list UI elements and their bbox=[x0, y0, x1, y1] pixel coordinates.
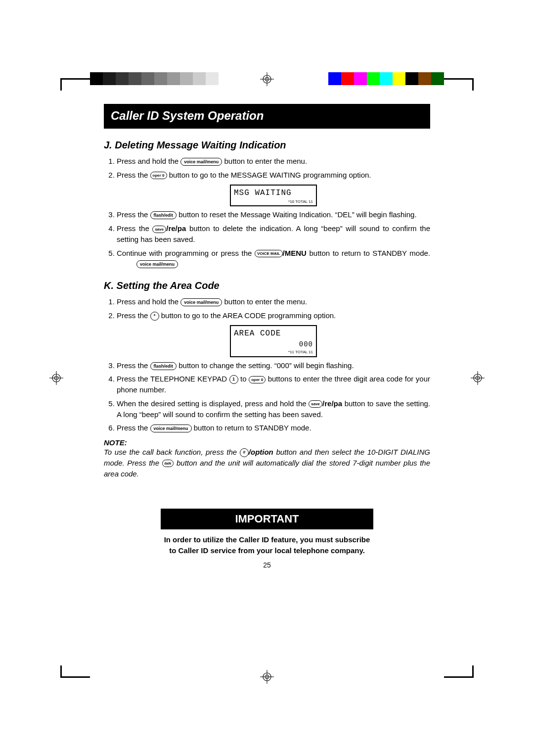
section-heading-k: K. Setting the Area Code bbox=[104, 280, 430, 291]
text: Press the TELEPHONE KEYPAD bbox=[117, 375, 229, 383]
list-item: Press the voice mail/menu button to retu… bbox=[117, 423, 430, 433]
text: button to go to the AREA CODE programmin… bbox=[161, 311, 336, 320]
voice-mail-menu-button-icon: voice mail/menu bbox=[150, 425, 192, 432]
list-item: Press the flash/edit button to reset the… bbox=[117, 209, 430, 220]
trim-mark bbox=[60, 676, 90, 678]
lcd-line: MSG WAITING bbox=[234, 188, 313, 199]
section-j-steps: Press and hold the voice mail/menu butto… bbox=[104, 156, 430, 269]
trim-mark bbox=[472, 78, 474, 91]
text: Press the bbox=[117, 361, 150, 370]
lcd-line: 000 bbox=[234, 339, 313, 349]
document-body: Caller ID System Operation J. Deleting M… bbox=[104, 104, 430, 569]
text: /MENU bbox=[283, 249, 307, 257]
important-notice: IMPORTANT In order to utilize the Caller… bbox=[161, 509, 373, 556]
flash-edit-button-icon: flash/edit bbox=[150, 362, 177, 370]
lcd-footer: *10 TOTAL 11 bbox=[234, 199, 313, 205]
talk-button-icon: talk bbox=[162, 460, 174, 467]
trim-mark bbox=[444, 676, 474, 678]
keypad-1-button-icon: 1 bbox=[229, 375, 238, 384]
voice-mail-menu-button-icon: voice mail/menu bbox=[180, 298, 222, 306]
lcd-line: AREA CODE bbox=[234, 328, 313, 339]
oper-0-button-icon: oper 0 bbox=[249, 376, 266, 383]
oper-0-button-icon: oper 0 bbox=[150, 172, 167, 179]
voice-mail-button-icon: VOICE MAIL bbox=[255, 250, 283, 257]
trim-mark bbox=[444, 78, 474, 80]
note-body: To use the call back function, press the… bbox=[104, 447, 430, 479]
section-heading-j: J. Deleting Message Waiting Indication bbox=[104, 140, 430, 151]
text: to bbox=[240, 375, 249, 383]
save-button-icon: save bbox=[309, 400, 322, 408]
section-k-steps: Press and hold the voice mail/menu butto… bbox=[104, 296, 430, 433]
list-item: Continue with programming or press the V… bbox=[117, 248, 430, 270]
note-heading: NOTE: bbox=[104, 438, 430, 447]
hash-button-icon: # bbox=[240, 448, 249, 457]
list-item: Press the TELEPHONE KEYPAD 1 to oper 0 b… bbox=[117, 374, 430, 395]
voice-mail-menu-button-icon: voice mail/menu bbox=[180, 158, 222, 166]
list-item: Press and hold the voice mail/menu butto… bbox=[117, 296, 430, 307]
lcd-display: AREA CODE 000 *11 TOTAL 11 bbox=[230, 325, 317, 357]
registration-mark-icon bbox=[49, 371, 63, 385]
list-item: Press the flash/edit button to change th… bbox=[117, 360, 430, 371]
text: button to enter the menu. bbox=[224, 297, 307, 306]
text: button to return to STANDBY mode. bbox=[309, 249, 430, 257]
text: /re/pa bbox=[166, 224, 186, 233]
trim-mark bbox=[472, 665, 474, 678]
registration-mark-icon bbox=[471, 371, 485, 385]
text: button to change the setting. “000” will… bbox=[178, 361, 354, 370]
list-item: Press and hold the voice mail/menu butto… bbox=[117, 156, 430, 167]
lcd-footer: *11 TOTAL 11 bbox=[234, 349, 313, 355]
star-button-icon: * bbox=[150, 312, 159, 321]
text: Press the bbox=[117, 210, 150, 219]
text: button to go to the MESSAGE WAITING prog… bbox=[169, 171, 371, 179]
lcd-display: MSG WAITING *10 TOTAL 11 bbox=[230, 185, 317, 207]
text: Press the bbox=[117, 424, 150, 432]
important-body: In order to utilize the Caller ID featur… bbox=[161, 529, 373, 556]
text: button to reset the Message Waiting Indi… bbox=[178, 210, 416, 219]
page-number: 25 bbox=[104, 561, 430, 569]
list-item: When the desired setting is displayed, p… bbox=[117, 398, 430, 420]
text: /option bbox=[249, 448, 273, 456]
text: button to enter the menu. bbox=[224, 157, 307, 165]
save-button-icon: save bbox=[152, 226, 166, 233]
text: To use the call back function, press the bbox=[104, 448, 240, 456]
list-item: Press the save/re/pa button to delete th… bbox=[117, 223, 430, 245]
list-item: Press the oper 0 button to go to the MES… bbox=[117, 170, 430, 207]
text: Press the bbox=[117, 224, 152, 233]
trim-mark bbox=[60, 78, 62, 91]
text: Continue with programming or press the bbox=[117, 249, 255, 257]
trim-mark bbox=[60, 78, 90, 80]
important-title: IMPORTANT bbox=[161, 509, 373, 529]
flash-edit-button-icon: flash/edit bbox=[150, 211, 177, 219]
list-item: Press the * button to go to the AREA COD… bbox=[117, 310, 430, 357]
grayscale-calibration-bar bbox=[90, 72, 231, 85]
text: Press and hold the bbox=[117, 157, 180, 165]
text: Press and hold the bbox=[117, 297, 180, 306]
trim-mark bbox=[60, 665, 62, 678]
registration-mark-icon bbox=[260, 72, 274, 86]
voice-mail-menu-button-icon: voice mail/menu bbox=[136, 260, 178, 268]
registration-mark-icon bbox=[260, 670, 274, 684]
page-header: Caller ID System Operation bbox=[104, 104, 430, 129]
color-calibration-bar bbox=[315, 72, 444, 85]
text: /re/pa bbox=[322, 399, 342, 408]
text: Press the bbox=[117, 171, 150, 179]
text: Press the bbox=[117, 311, 150, 320]
text: button to return to STANDBY mode. bbox=[194, 424, 312, 432]
text: When the desired setting is displayed, p… bbox=[117, 399, 309, 408]
